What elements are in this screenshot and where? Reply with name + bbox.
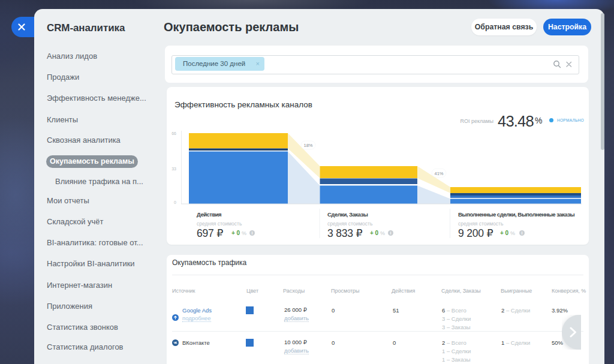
svg-text:18%: 18% [303, 143, 312, 148]
svg-text:66: 66 [171, 131, 176, 136]
svg-text:33: 33 [171, 167, 176, 171]
svg-text:0: 0 [174, 200, 176, 204]
svg-text:41%: 41% [434, 171, 443, 176]
